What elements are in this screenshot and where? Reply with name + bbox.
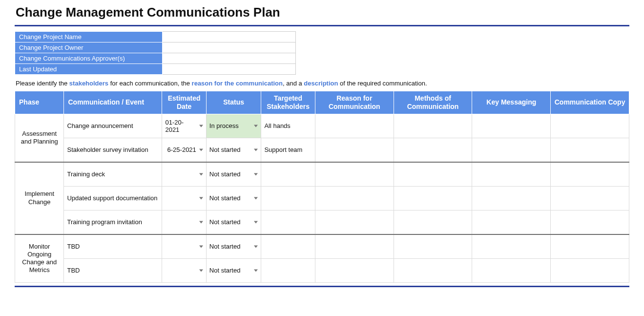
methods-cell[interactable]: [394, 162, 472, 187]
table-row: Implement ChangeTraining deckNot started: [15, 162, 629, 187]
meta-value-last-updated[interactable]: [163, 64, 296, 75]
meta-value-approvers[interactable]: [163, 53, 296, 64]
chevron-down-icon: [199, 269, 203, 272]
methods-cell[interactable]: [394, 114, 472, 138]
chevron-down-icon: [254, 125, 258, 127]
phase-cell: Assessment and Planning: [15, 114, 64, 162]
date-cell[interactable]: [162, 258, 206, 282]
event-cell[interactable]: Training deck: [64, 162, 162, 187]
chevron-down-icon: [254, 269, 258, 272]
col-event: Communication / Event: [64, 91, 162, 114]
messaging-cell[interactable]: [472, 210, 551, 234]
status-cell[interactable]: Not started: [206, 138, 261, 162]
messaging-cell[interactable]: [472, 186, 551, 210]
instruction-mid2: , and a: [283, 80, 304, 87]
date-cell[interactable]: [162, 210, 206, 234]
col-methods: Methods of Communication: [394, 91, 472, 114]
status-cell[interactable]: Not started: [206, 186, 261, 210]
instruction-text: Please identify the stakeholders for eac…: [16, 80, 629, 87]
meta-label-project-name: Change Project Name: [15, 32, 163, 42]
table-row: Monitor Ongoing Change and MetricsTBDNot…: [15, 234, 629, 259]
copy-cell[interactable]: [551, 234, 629, 259]
methods-cell[interactable]: [394, 138, 472, 162]
status-cell[interactable]: In process: [206, 114, 261, 138]
event-cell[interactable]: Change announcement: [64, 114, 162, 138]
chevron-down-icon: [254, 173, 258, 175]
instruction-pre: Please identify the: [16, 80, 69, 87]
chevron-down-icon: [199, 221, 203, 223]
col-status: Status: [206, 91, 261, 114]
reason-cell[interactable]: [315, 258, 394, 282]
status-cell[interactable]: Not started: [206, 234, 261, 259]
status-cell[interactable]: Not started: [206, 258, 261, 282]
date-cell[interactable]: [162, 186, 206, 210]
reason-cell[interactable]: [315, 162, 394, 187]
messaging-cell[interactable]: [472, 234, 551, 259]
meta-label-last-updated: Last Updated: [15, 64, 163, 75]
methods-cell[interactable]: [394, 210, 472, 234]
status-cell[interactable]: Not started: [206, 210, 261, 234]
chevron-down-icon: [254, 148, 258, 151]
copy-cell[interactable]: [551, 138, 629, 162]
col-date: Estimated Date: [162, 91, 206, 114]
date-cell[interactable]: [162, 234, 206, 259]
meta-value-project-name[interactable]: [163, 32, 296, 42]
table-row: Assessment and PlanningChange announceme…: [15, 114, 629, 138]
messaging-cell[interactable]: [472, 258, 551, 282]
reason-cell[interactable]: [315, 114, 394, 138]
event-cell[interactable]: TBD: [64, 234, 162, 259]
stakeholders-cell[interactable]: [261, 186, 315, 210]
reason-cell[interactable]: [315, 186, 394, 210]
date-cell[interactable]: 6-25-2021: [162, 138, 206, 162]
meta-value-project-owner[interactable]: [163, 42, 296, 53]
table-row: Updated support documentationNot started: [15, 186, 629, 210]
chevron-down-icon: [199, 173, 203, 175]
meta-table: Change Project Name Change Project Owner…: [15, 31, 296, 75]
methods-cell[interactable]: [394, 234, 472, 259]
reason-cell[interactable]: [315, 234, 394, 259]
chevron-down-icon: [254, 197, 258, 199]
col-messaging: Key Messaging: [472, 91, 551, 114]
copy-cell[interactable]: [551, 210, 629, 234]
event-cell[interactable]: Updated support documentation: [64, 186, 162, 210]
date-cell[interactable]: [162, 162, 206, 187]
instruction-mid1: for each communication, the: [108, 80, 192, 87]
date-cell[interactable]: 01-20-2021: [162, 114, 206, 138]
bottom-rule: [15, 286, 629, 287]
reason-cell[interactable]: [315, 138, 394, 162]
stakeholders-cell[interactable]: [261, 162, 315, 187]
col-copy: Communication Copy: [551, 91, 629, 114]
copy-cell[interactable]: [551, 162, 629, 187]
chevron-down-icon: [199, 245, 203, 248]
stakeholders-cell[interactable]: [261, 234, 315, 259]
chevron-down-icon: [254, 245, 258, 248]
methods-cell[interactable]: [394, 258, 472, 282]
meta-label-project-owner: Change Project Owner: [15, 42, 163, 53]
status-cell[interactable]: Not started: [206, 162, 261, 187]
copy-cell[interactable]: [551, 186, 629, 210]
stakeholders-cell[interactable]: [261, 258, 315, 282]
event-cell[interactable]: Training program invitation: [64, 210, 162, 234]
stakeholders-cell[interactable]: All hands: [261, 114, 315, 138]
chevron-down-icon: [199, 125, 203, 127]
copy-cell[interactable]: [551, 114, 629, 138]
messaging-cell[interactable]: [472, 114, 551, 138]
reason-cell[interactable]: [315, 210, 394, 234]
table-row: TBDNot started: [15, 258, 629, 282]
chevron-down-icon: [199, 148, 203, 151]
messaging-cell[interactable]: [472, 138, 551, 162]
methods-cell[interactable]: [394, 186, 472, 210]
event-cell[interactable]: Stakeholder survey invitation: [64, 138, 162, 162]
event-cell[interactable]: TBD: [64, 258, 162, 282]
phase-cell: Monitor Ongoing Change and Metrics: [15, 234, 64, 283]
col-phase: Phase: [15, 91, 64, 114]
stakeholders-cell[interactable]: [261, 210, 315, 234]
copy-cell[interactable]: [551, 258, 629, 282]
stakeholders-cell[interactable]: Support team: [261, 138, 315, 162]
plan-table: Phase Communication / Event Estimated Da…: [15, 91, 629, 283]
messaging-cell[interactable]: [472, 162, 551, 187]
phase-cell: Implement Change: [15, 162, 64, 234]
meta-label-approvers: Change Communications Approver(s): [15, 53, 163, 64]
instruction-link-description: description: [304, 80, 338, 87]
top-rule: [15, 25, 629, 26]
